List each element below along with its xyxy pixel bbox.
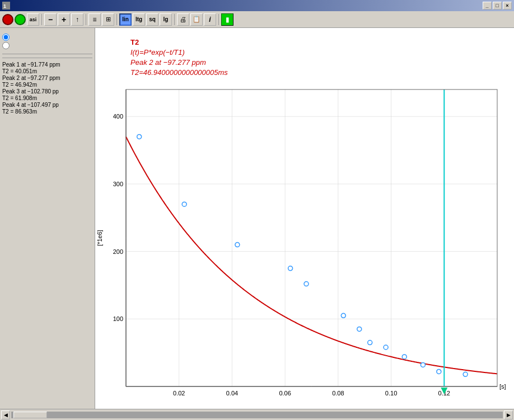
chart-area	[95, 28, 514, 409]
left-panel: Peak 1 at −91.774 ppmT2 = 40.051mPeak 2 …	[0, 28, 95, 409]
restore-button[interactable]: □	[493, 2, 502, 10]
lines-button[interactable]: ≡	[88, 13, 101, 26]
intensity-option[interactable]	[2, 34, 92, 41]
title-bar: 1 _ □ ×	[0, 0, 514, 11]
scroll-track[interactable]	[11, 412, 503, 418]
green-action-button[interactable]: ▮	[221, 13, 233, 26]
scroll-left-button[interactable]: ◀	[1, 410, 10, 419]
report-line: T2 = 40.051m	[2, 68, 92, 74]
bottom-scrollbar[interactable]: ◀ ▶	[0, 409, 514, 420]
lg-button[interactable]: lg	[160, 13, 172, 26]
svg-text:1: 1	[3, 3, 6, 9]
separator-3	[116, 14, 117, 25]
divider-2	[2, 58, 92, 58]
report-line: Peak 4 at −107.497 pp	[2, 102, 92, 108]
print-button[interactable]: 🖨	[177, 13, 189, 26]
report-line: T2 = 61.908m	[2, 95, 92, 101]
grid-button[interactable]: ⊞	[102, 13, 114, 26]
green-circle-button[interactable]	[15, 14, 26, 25]
ltg-button[interactable]: ltg	[133, 13, 145, 26]
area-option[interactable]	[2, 42, 92, 49]
toolbar: asi − + ↑ ≡ ⊞ lin ltg sq lg 🖨 📋 i ▮	[0, 11, 514, 28]
report-line: T2 = 46.942m	[2, 82, 92, 88]
scroll-thumb[interactable]	[13, 412, 47, 418]
main-layout: Peak 1 at −91.774 ppmT2 = 40.051mPeak 2 …	[0, 28, 514, 409]
separator-2	[86, 14, 86, 25]
copy-button[interactable]: 📋	[190, 13, 203, 26]
intensity-radio[interactable]	[2, 34, 10, 41]
plus-button[interactable]: +	[58, 13, 70, 26]
divider-1	[2, 54, 92, 54]
asi-button[interactable]: asi	[27, 13, 39, 26]
window-controls: _ □ ×	[483, 2, 512, 10]
report-line: Peak 1 at −91.774 ppm	[2, 62, 92, 68]
close-button[interactable]: ×	[503, 2, 512, 10]
app-icon: 1	[2, 2, 10, 10]
sq-button[interactable]: sq	[146, 13, 158, 26]
report-line: T2 = 86.963m	[2, 108, 92, 115]
minimize-button[interactable]: _	[483, 2, 492, 10]
report-line: Peak 3 at −102.780 pp	[2, 88, 92, 95]
separator-4	[174, 14, 175, 25]
report-lines: Peak 1 at −91.774 ppmT2 = 40.051mPeak 2 …	[2, 62, 92, 115]
separator-1	[41, 14, 42, 25]
up-arrow-button[interactable]: ↑	[71, 13, 83, 26]
lin-button[interactable]: lin	[119, 13, 132, 26]
fitting-type-group	[2, 34, 92, 49]
separator-5	[218, 14, 219, 25]
minus-button[interactable]: −	[44, 13, 57, 26]
report-line: Peak 2 at −97.277 ppm	[2, 75, 92, 81]
area-radio[interactable]	[2, 42, 10, 49]
red-circle-button[interactable]	[2, 14, 13, 25]
info-button[interactable]: i	[204, 13, 216, 26]
scroll-right-button[interactable]: ▶	[504, 410, 513, 419]
main-chart	[95, 28, 514, 409]
